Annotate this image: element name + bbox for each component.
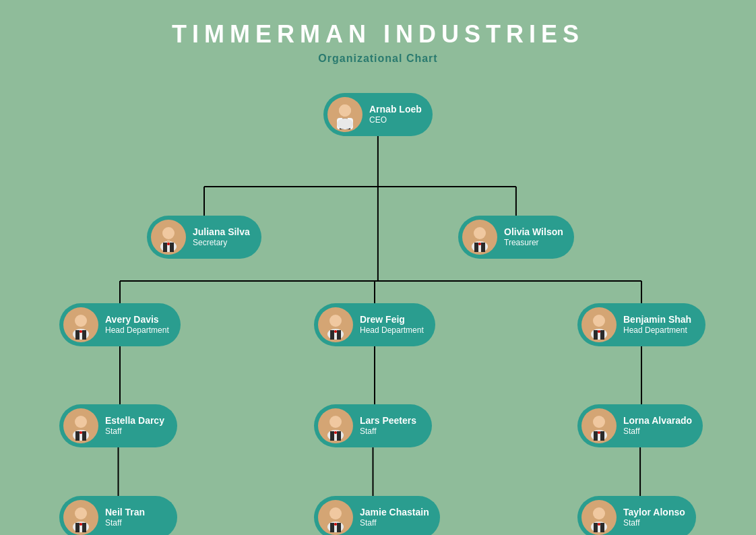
staff3b-name: Taylor Alonso	[623, 506, 685, 518]
staff1a-role: Staff	[105, 427, 164, 437]
svg-point-42	[334, 330, 337, 333]
svg-point-44	[593, 315, 605, 327]
svg-rect-66	[82, 523, 86, 532]
svg-rect-36	[82, 330, 86, 340]
staff2b-node: Jamie Chastain Staff	[314, 496, 440, 535]
ceo-text: Arnab Loeb CEO	[369, 103, 422, 126]
svg-rect-55	[330, 431, 334, 441]
svg-point-77	[598, 523, 600, 526]
staff1b-role: Staff	[105, 518, 145, 529]
svg-point-62	[598, 431, 600, 434]
staff1b-avatar	[63, 500, 98, 535]
svg-rect-60	[594, 431, 598, 441]
secretary-text: Juliana Silva Secretary	[193, 226, 250, 249]
staff2b-role: Staff	[360, 518, 429, 529]
head1-node: Avery Davis Head Department	[59, 303, 181, 346]
svg-rect-46	[600, 330, 604, 340]
svg-point-52	[80, 431, 82, 434]
staff3a-node: Lorna Alvarado Staff	[577, 404, 703, 447]
treasurer-name: Olivia Wilson	[504, 226, 563, 238]
staff3b-text: Taylor Alonso Staff	[623, 506, 685, 529]
staff1a-node: Estella Darcy Staff	[59, 404, 177, 447]
svg-rect-31	[481, 243, 485, 252]
staff1a-name: Estella Darcy	[105, 414, 164, 427]
treasurer-text: Olivia Wilson Treasurer	[504, 226, 563, 249]
svg-rect-70	[330, 523, 334, 532]
head3-name: Benjamin Shah	[623, 313, 691, 325]
head1-name: Avery Davis	[105, 313, 169, 325]
head2-name: Drew Feig	[360, 313, 424, 325]
ceo-role: CEO	[369, 115, 422, 126]
secretary-role: Secretary	[193, 238, 250, 249]
staff2b-text: Jamie Chastain Staff	[360, 506, 429, 529]
staff1b-text: Neil Tran Staff	[105, 506, 145, 529]
head1-role: Head Department	[105, 325, 169, 336]
svg-point-21	[337, 119, 353, 129]
head3-text: Benjamin Shah Head Department	[623, 313, 691, 336]
staff2a-avatar	[318, 408, 353, 443]
svg-rect-50	[75, 431, 80, 441]
ceo-node: Arnab Loeb CEO	[323, 93, 433, 136]
svg-rect-76	[600, 523, 604, 532]
staff3b-avatar	[581, 500, 617, 535]
head3-avatar	[581, 307, 617, 342]
svg-rect-45	[594, 330, 598, 340]
svg-rect-30	[474, 243, 478, 252]
staff3a-name: Lorna Alvarado	[623, 414, 692, 427]
svg-point-64	[75, 507, 87, 520]
staff3a-role: Staff	[623, 427, 692, 437]
svg-rect-65	[75, 523, 80, 532]
staff2a-text: Lars Peeters Staff	[360, 414, 416, 437]
head2-text: Drew Feig Head Department	[360, 313, 424, 336]
svg-rect-25	[170, 243, 174, 252]
svg-rect-61	[600, 431, 604, 441]
head1-avatar	[63, 307, 98, 342]
secretary-avatar	[151, 220, 186, 255]
svg-point-27	[167, 243, 170, 245]
staff2a-node: Lars Peeters Staff	[314, 404, 432, 447]
svg-point-49	[75, 416, 87, 428]
head2-role: Head Department	[360, 325, 424, 336]
svg-point-20	[339, 104, 351, 117]
svg-point-34	[75, 315, 87, 327]
head1-text: Avery Davis Head Department	[105, 313, 169, 336]
head2-node: Drew Feig Head Department	[314, 303, 435, 346]
svg-rect-35	[75, 330, 80, 340]
svg-point-37	[80, 330, 82, 333]
staff3b-role: Staff	[623, 518, 685, 529]
svg-rect-56	[337, 431, 341, 441]
head3-node: Benjamin Shah Head Department	[577, 303, 705, 346]
svg-point-29	[474, 227, 486, 239]
staff2a-name: Lars Peeters	[360, 414, 416, 427]
staff3a-text: Lorna Alvarado Staff	[623, 414, 692, 437]
svg-point-54	[329, 416, 342, 428]
svg-point-69	[329, 507, 342, 520]
company-title: TIMMERMAN INDUSTRIES	[0, 20, 756, 49]
head3-role: Head Department	[623, 325, 691, 336]
svg-rect-24	[163, 243, 167, 252]
staff3a-avatar	[581, 408, 617, 443]
svg-point-39	[329, 315, 342, 327]
svg-point-67	[80, 523, 82, 526]
treasurer-role: Treasurer	[504, 238, 563, 249]
staff3b-node: Taylor Alonso Staff	[577, 496, 696, 535]
treasurer-avatar	[462, 220, 497, 255]
svg-point-47	[598, 330, 600, 333]
svg-rect-51	[82, 431, 86, 441]
ceo-avatar	[327, 97, 363, 132]
svg-point-72	[334, 523, 337, 526]
ceo-name: Arnab Loeb	[369, 103, 422, 115]
staff1b-name: Neil Tran	[105, 506, 145, 518]
staff1a-text: Estella Darcy Staff	[105, 414, 164, 437]
secretary-node: Juliana Silva Secretary	[147, 216, 261, 259]
staff1b-node: Neil Tran Staff	[59, 496, 177, 535]
svg-rect-40	[330, 330, 334, 340]
secretary-name: Juliana Silva	[193, 226, 250, 238]
staff2a-role: Staff	[360, 427, 416, 437]
svg-point-23	[162, 227, 175, 239]
staff1a-avatar	[63, 408, 98, 443]
svg-rect-41	[337, 330, 341, 340]
svg-point-74	[593, 507, 605, 520]
svg-rect-71	[337, 523, 341, 532]
svg-rect-75	[594, 523, 598, 532]
